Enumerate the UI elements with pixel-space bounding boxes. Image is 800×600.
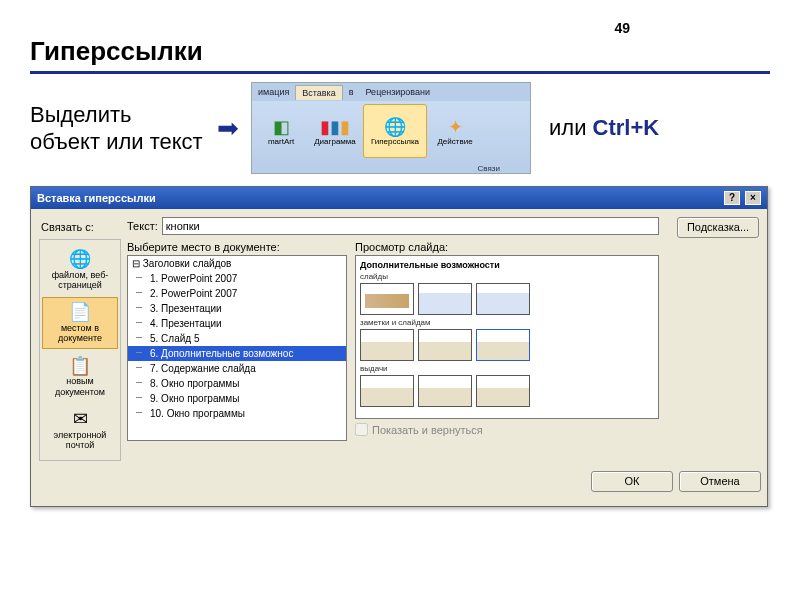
link-target-file-web[interactable]: 🌐 файлом, веб- страницей bbox=[42, 244, 118, 295]
tree-item[interactable]: 10. Окно программы bbox=[128, 406, 346, 421]
title-rule bbox=[30, 71, 770, 74]
email-icon: ✉ bbox=[73, 409, 88, 430]
link-target-new-doc[interactable]: 📋 новым документом bbox=[42, 351, 118, 402]
tree-item[interactable]: 4. Презентации bbox=[128, 316, 346, 331]
shortcut-text: Ctrl+K bbox=[593, 115, 660, 140]
preview-thumb bbox=[360, 329, 414, 361]
ribbon-tab-insert[interactable]: Вставка bbox=[295, 85, 342, 100]
preview-thumb bbox=[476, 329, 530, 361]
ribbon-tabs: имация Вставка в Рецензировани bbox=[252, 83, 530, 101]
ok-button[interactable]: ОК bbox=[591, 471, 673, 492]
ribbon-btn-hyperlink[interactable]: 🌐 Гиперссылка bbox=[363, 104, 427, 158]
link-with-label: Связать с: bbox=[39, 217, 121, 239]
display-text-input[interactable] bbox=[162, 217, 659, 235]
new-document-icon: 📋 bbox=[69, 356, 91, 377]
link-target-place-in-doc[interactable]: 📄 местом в документе bbox=[42, 297, 118, 348]
dialog-title: Вставка гиперссылки bbox=[37, 192, 156, 204]
link-target-email[interactable]: ✉ электронной почтой bbox=[42, 404, 118, 455]
preview-thumb bbox=[476, 283, 530, 315]
ribbon-btn-smartart[interactable]: ◧ martArt bbox=[255, 104, 307, 158]
preview-thumb bbox=[360, 283, 414, 315]
tree-item[interactable]: 9. Окно программы bbox=[128, 391, 346, 406]
tree-item[interactable]: 1. PowerPoint 2007 bbox=[128, 271, 346, 286]
place-label: Выберите место в документе: bbox=[127, 241, 347, 253]
preview-slide-title: Дополнительные возможности bbox=[360, 260, 654, 270]
preview-thumb bbox=[418, 329, 472, 361]
or-shortcut: или Ctrl+K bbox=[549, 115, 659, 141]
preview-thumb bbox=[418, 283, 472, 315]
slide-tree[interactable]: ⊟ Заголовки слайдов 1. PowerPoint 2007 2… bbox=[127, 255, 347, 441]
text-label: Текст: bbox=[127, 220, 158, 232]
insert-hyperlink-dialog: Вставка гиперссылки ? × Связать с: 🌐 фай… bbox=[30, 186, 768, 507]
tree-item[interactable]: 7. Содержание слайда bbox=[128, 361, 346, 376]
smartart-icon: ◧ bbox=[273, 117, 290, 137]
cancel-button[interactable]: Отмена bbox=[679, 471, 761, 492]
show-return-checkbox bbox=[355, 423, 368, 436]
close-icon[interactable]: × bbox=[745, 191, 761, 205]
ribbon-fragment: имация Вставка в Рецензировани ◧ martArt… bbox=[251, 82, 531, 174]
dialog-titlebar: Вставка гиперссылки ? × bbox=[31, 187, 767, 209]
ribbon-btn-action[interactable]: ✦ Действие bbox=[429, 104, 481, 158]
tree-item[interactable]: 2. PowerPoint 2007 bbox=[128, 286, 346, 301]
preview-thumb bbox=[476, 375, 530, 407]
globe-icon: 🌐 bbox=[384, 117, 406, 137]
hint-button[interactable]: Подсказка... bbox=[677, 217, 759, 238]
tree-item-selected[interactable]: 6. Дополнительные возможнос bbox=[128, 346, 346, 361]
show-return-label: Показать и вернуться bbox=[372, 424, 483, 436]
chart-icon: ▮▮▮ bbox=[320, 117, 350, 137]
page-title: Гиперссылки bbox=[30, 36, 770, 67]
document-place-icon: 📄 bbox=[69, 302, 91, 323]
ribbon-group-label: Связи bbox=[252, 164, 530, 173]
step-select-object: Выделить объект или текст bbox=[30, 101, 205, 156]
tree-item[interactable]: 5. Слайд 5 bbox=[128, 331, 346, 346]
slide-preview: Дополнительные возможности слайды заметк… bbox=[355, 255, 659, 419]
preview-thumb bbox=[418, 375, 472, 407]
page-number: 49 bbox=[30, 20, 770, 36]
ribbon-btn-chart[interactable]: ▮▮▮ Диаграмма bbox=[309, 104, 361, 158]
ribbon-tab[interactable]: Рецензировани bbox=[360, 85, 437, 99]
ribbon-tab[interactable]: в bbox=[343, 85, 360, 99]
preview-thumb bbox=[360, 375, 414, 407]
preview-label: Просмотр слайда: bbox=[355, 241, 659, 253]
globe-page-icon: 🌐 bbox=[69, 249, 91, 270]
ribbon-tab[interactable]: имация bbox=[252, 85, 295, 99]
instruction-row: Выделить объект или текст ➡ имация Встав… bbox=[30, 82, 770, 174]
arrow-icon: ➡ bbox=[217, 113, 239, 144]
tree-header[interactable]: ⊟ Заголовки слайдов bbox=[128, 256, 346, 271]
action-icon: ✦ bbox=[448, 117, 463, 137]
tree-item[interactable]: 3. Презентации bbox=[128, 301, 346, 316]
link-target-bar: 🌐 файлом, веб- страницей 📄 местом в доку… bbox=[39, 239, 121, 461]
tree-item[interactable]: 8. Окно программы bbox=[128, 376, 346, 391]
help-icon[interactable]: ? bbox=[724, 191, 740, 205]
